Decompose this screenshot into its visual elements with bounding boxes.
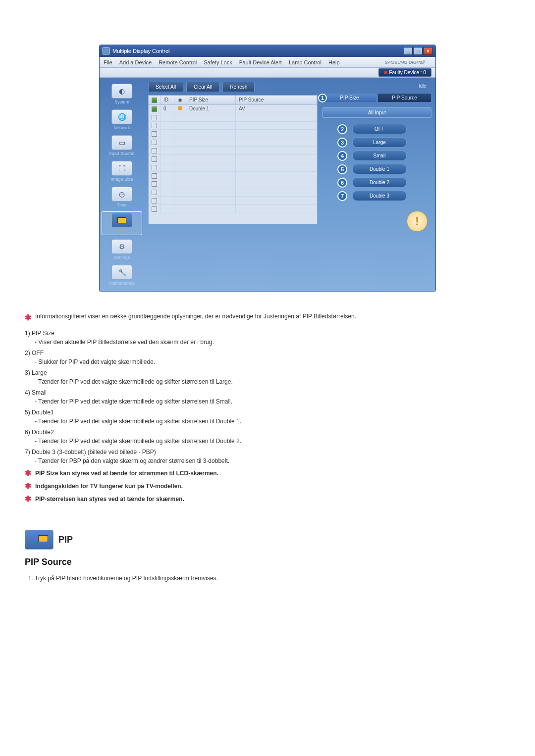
device-grid: ID ◉ PIP Size PIP Source 0 Double 1 AV: [148, 95, 318, 224]
row-checkbox[interactable]: [152, 198, 157, 203]
list-item: 4) Small- Tænder for PIP ved det valgte …: [25, 388, 510, 406]
row-checkbox[interactable]: [152, 148, 157, 153]
list-item: 2) OFF- Slukker for PIP ved det valgte s…: [25, 349, 510, 366]
col-pip-source: PIP Source: [236, 96, 317, 104]
nav-input-source[interactable]: ▭Input Source: [102, 134, 142, 157]
pip-heading-band: PIP: [25, 530, 510, 550]
marker-7: 7: [337, 191, 347, 201]
list-item: 3) Large- Tænder for PIP ved det valgte …: [25, 368, 510, 386]
nav-settings[interactable]: ⚙Settings: [102, 238, 142, 261]
list-item: 6) Double2- Tænder for PIP ved det valgt…: [25, 428, 510, 446]
sidebar: ◐System 🌐Network ▭Input Source ⛶Image Si…: [100, 78, 144, 292]
marker-2: 2: [337, 124, 347, 134]
col-status-icon: ◉: [174, 96, 186, 104]
cell-pip-size: Double 1: [186, 105, 236, 113]
menu-safety[interactable]: Safety Lock: [204, 59, 232, 65]
idle-label: Idle: [322, 82, 431, 90]
pip-icon: [25, 530, 54, 550]
row-checkbox[interactable]: [152, 123, 157, 128]
cell-id: 0: [160, 105, 174, 113]
opt-double2[interactable]: Double 2: [352, 177, 407, 188]
app-window: Multiple Display Control _ □ × File Add …: [99, 45, 436, 292]
opt-double1[interactable]: Double 1: [352, 164, 407, 174]
doc-content: ✱Informationsgitteret viser en række gru…: [15, 307, 520, 589]
row-checkbox[interactable]: [152, 131, 157, 137]
note-line: ✱PIP-størrelsen kan styres ved at tænde …: [25, 493, 510, 505]
menu-remote[interactable]: Remote Control: [159, 59, 197, 65]
titlebar: Multiple Display Control _ □ ×: [100, 45, 435, 57]
menu-file[interactable]: File: [104, 59, 112, 65]
opt-large[interactable]: Large: [352, 137, 407, 148]
steps-list: Tryk på PIP bland hovedikonerne og PIP I…: [35, 573, 510, 584]
row-checkbox[interactable]: [152, 140, 157, 145]
star-icon: ✱: [25, 312, 31, 324]
marker-3: 3: [337, 138, 347, 148]
pip-source-heading: PIP Source: [25, 555, 510, 569]
window-title: Multiple Display Control: [112, 48, 170, 54]
note-line: ✱Indgangskilden for TV fungerer kun på T…: [25, 480, 510, 492]
menubar: File Add a Device Remote Control Safety …: [100, 57, 435, 68]
select-all-button[interactable]: Select All: [148, 82, 183, 92]
list-item: 7) Double 3 (3-dobbelt) (billede ved bil…: [25, 448, 510, 465]
opt-off[interactable]: OFF: [352, 124, 407, 134]
marker-6: 6: [337, 178, 347, 188]
table-row[interactable]: 0 Double 1 AV: [149, 105, 317, 113]
marker-1: 1: [318, 94, 327, 102]
menu-lamp[interactable]: Lamp Control: [289, 59, 321, 65]
clear-all-button[interactable]: Clear All: [186, 82, 219, 92]
row-checkbox[interactable]: [152, 181, 157, 187]
note-line: ✱PIP Size kan styres ved at tænde for st…: [25, 467, 510, 479]
row-checkbox[interactable]: [152, 106, 157, 112]
opt-small[interactable]: Small: [352, 151, 407, 161]
row-checkbox[interactable]: [152, 173, 157, 179]
all-input-bar: All Input: [322, 107, 431, 118]
tab-pip-size[interactable]: 1PIP Size: [322, 93, 376, 102]
maximize-button[interactable]: □: [414, 47, 423, 55]
app-icon: [103, 48, 109, 54]
minimize-button[interactable]: _: [404, 47, 413, 55]
nav-system[interactable]: ◐System: [102, 83, 142, 105]
nav-maintenance[interactable]: 🔧Maintenance: [102, 264, 142, 287]
statusbar: Faulty Device : 0: [100, 68, 435, 78]
row-checkbox[interactable]: [152, 156, 157, 162]
row-checkbox[interactable]: [152, 165, 157, 170]
nav-network[interactable]: 🌐Network: [102, 108, 142, 131]
row-checkbox[interactable]: [152, 115, 157, 120]
col-id: ID: [160, 96, 174, 104]
col-pip-size: PIP Size: [186, 96, 236, 104]
marker-5: 5: [337, 164, 347, 174]
list-item: 1) PIP Size- Viser den aktuelle PIP Bill…: [25, 329, 510, 347]
info-icon[interactable]: !: [407, 211, 428, 232]
fault-badge: Faulty Device : 0: [378, 68, 431, 77]
star-icon: ✱: [25, 493, 31, 505]
menu-fault[interactable]: Fault Device Alert: [239, 59, 282, 65]
nav-time[interactable]: ◷Time: [102, 186, 142, 208]
refresh-button[interactable]: Refresh: [222, 82, 255, 92]
brand-label: SAMSUNG DIGITall: [385, 60, 425, 65]
nav-image-size[interactable]: ⛶Image Size: [102, 160, 142, 183]
step-1: Tryk på PIP bland hovedikonerne og PIP I…: [35, 573, 510, 584]
cell-pip-source: AV: [236, 105, 317, 113]
status-dot-icon: [178, 106, 182, 110]
tab-pip-source[interactable]: PIP Source: [377, 93, 431, 102]
row-checkbox[interactable]: [152, 190, 157, 195]
intro-text: Informationsgitteret viser en række grun…: [35, 312, 356, 321]
grid-body[interactable]: 0 Double 1 AV: [149, 105, 317, 224]
star-icon: ✱: [25, 467, 31, 479]
list-item: 5) Double1- Tænder for PIP ved det valgt…: [25, 408, 510, 426]
nav-pip[interactable]: PIP: [102, 211, 142, 235]
pip-heading: PIP: [58, 533, 73, 547]
row-checkbox[interactable]: [152, 206, 157, 212]
marker-4: 4: [337, 151, 347, 161]
close-button[interactable]: ×: [424, 47, 432, 55]
header-checkbox[interactable]: [152, 98, 157, 103]
opt-double3[interactable]: Double 3: [352, 191, 407, 201]
menu-help[interactable]: Help: [328, 59, 340, 65]
menu-add-device[interactable]: Add a Device: [119, 59, 152, 65]
star-icon: ✱: [25, 480, 31, 492]
